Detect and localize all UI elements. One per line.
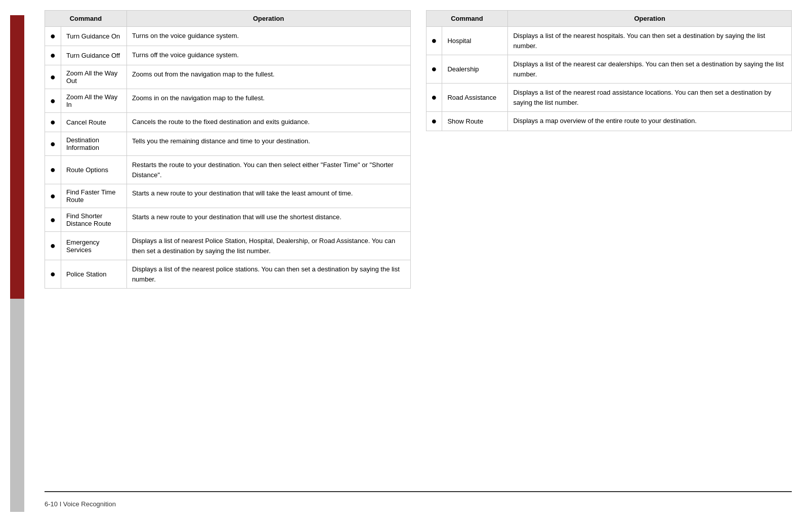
operation-cell: Zooms in on the navigation map to the fu… — [126, 89, 410, 113]
command-cell: Turn Guidance On — [61, 27, 126, 46]
bullet-icon: ● — [45, 27, 61, 46]
left-col-operation: Operation — [126, 11, 410, 27]
command-cell: Find Faster Time Route — [61, 184, 126, 208]
footer-text: 6-10 I Voice Recognition — [45, 500, 116, 508]
bullet-icon: ● — [45, 232, 61, 260]
operation-cell: Starts a new route to your destination t… — [126, 208, 410, 232]
left-sidebar — [10, 10, 24, 512]
right-table-row: ●DealershipDisplays a list of the neares… — [426, 55, 792, 84]
left-table-row: ●Route OptionsRestarts the route to your… — [45, 156, 411, 184]
left-table-row: ●Find Shorter Distance RouteStarts a new… — [45, 208, 411, 232]
right-table: Command Operation ●HospitalDisplays a li… — [426, 10, 792, 131]
left-table-container: Command Operation ●Turn Guidance OnTurns… — [45, 10, 411, 481]
bullet-icon: ● — [426, 55, 442, 84]
command-cell: Show Route — [442, 112, 508, 131]
right-table-row: ●Show RouteDisplays a map overview of th… — [426, 112, 792, 131]
command-cell: Cancel Route — [61, 113, 126, 132]
left-table-row: ●Emergency ServicesDisplays a list of ne… — [45, 232, 411, 260]
right-table-row: ●HospitalDisplays a list of the nearest … — [426, 27, 792, 55]
operation-cell: Starts a new route to your destination t… — [126, 184, 410, 208]
command-cell: Zoom All the Way Out — [61, 65, 126, 89]
main-area: Command Operation ●Turn Guidance OnTurns… — [45, 10, 792, 512]
command-cell: Dealership — [442, 55, 508, 84]
bullet-icon: ● — [45, 208, 61, 232]
tables-row: Command Operation ●Turn Guidance OnTurns… — [45, 10, 792, 481]
sidebar-red-bar — [10, 15, 24, 299]
operation-cell: Turns off the voice guidance system. — [126, 46, 410, 65]
operation-cell: Displays a list of the nearest hospitals… — [508, 27, 792, 55]
bullet-icon: ● — [45, 113, 61, 132]
command-cell: Route Options — [61, 156, 126, 184]
bullet-icon: ● — [45, 65, 61, 89]
left-col-command: Command — [45, 11, 127, 27]
left-table-row: ●Destination InformationTells you the re… — [45, 132, 411, 156]
bullet-icon: ● — [426, 84, 442, 112]
operation-cell: Displays a list of the nearest police st… — [126, 260, 410, 289]
operation-cell: Cancels the route to the fixed destinati… — [126, 113, 410, 132]
operation-cell: Displays a list of the nearest car deale… — [508, 55, 792, 84]
command-cell: Police Station — [61, 260, 126, 289]
bullet-icon: ● — [45, 184, 61, 208]
left-table-row: ●Zoom All the Way OutZooms out from the … — [45, 65, 411, 89]
left-table-row: ●Zoom All the Way InZooms in on the navi… — [45, 89, 411, 113]
right-table-row: ●Road AssistanceDisplays a list of the n… — [426, 84, 792, 112]
left-table-row: ●Police StationDisplays a list of the ne… — [45, 260, 411, 289]
operation-cell: Displays a list of nearest Police Statio… — [126, 232, 410, 260]
operation-cell: Turns on the voice guidance system. — [126, 27, 410, 46]
command-cell: Find Shorter Distance Route — [61, 208, 126, 232]
command-cell: Zoom All the Way In — [61, 89, 126, 113]
operation-cell: Restarts the route to your destination. … — [126, 156, 410, 184]
bullet-icon: ● — [426, 27, 442, 55]
sidebar-gray-bar — [10, 299, 24, 512]
right-col-operation: Operation — [508, 11, 792, 27]
right-table-container: Command Operation ●HospitalDisplays a li… — [426, 10, 792, 481]
bullet-icon: ● — [45, 89, 61, 113]
bullet-icon: ● — [45, 132, 61, 156]
footer: 6-10 I Voice Recognition — [45, 491, 792, 512]
left-table-row: ●Turn Guidance OffTurns off the voice gu… — [45, 46, 411, 65]
operation-cell: Displays a map overview of the entire ro… — [508, 112, 792, 131]
bullet-icon: ● — [45, 46, 61, 65]
operation-cell: Displays a list of the nearest road assi… — [508, 84, 792, 112]
right-col-command: Command — [426, 11, 508, 27]
command-cell: Road Assistance — [442, 84, 508, 112]
bullet-icon: ● — [45, 260, 61, 289]
command-cell: Emergency Services — [61, 232, 126, 260]
bullet-icon: ● — [45, 156, 61, 184]
command-cell: Hospital — [442, 27, 508, 55]
left-table: Command Operation ●Turn Guidance OnTurns… — [45, 10, 411, 289]
left-table-row: ●Find Faster Time RouteStarts a new rout… — [45, 184, 411, 208]
left-table-row: ●Turn Guidance OnTurns on the voice guid… — [45, 27, 411, 46]
command-cell: Turn Guidance Off — [61, 46, 126, 65]
left-table-row: ●Cancel RouteCancels the route to the fi… — [45, 113, 411, 132]
command-cell: Destination Information — [61, 132, 126, 156]
bullet-icon: ● — [426, 112, 442, 131]
operation-cell: Zooms out from the navigation map to the… — [126, 65, 410, 89]
operation-cell: Tells you the remaining distance and tim… — [126, 132, 410, 156]
